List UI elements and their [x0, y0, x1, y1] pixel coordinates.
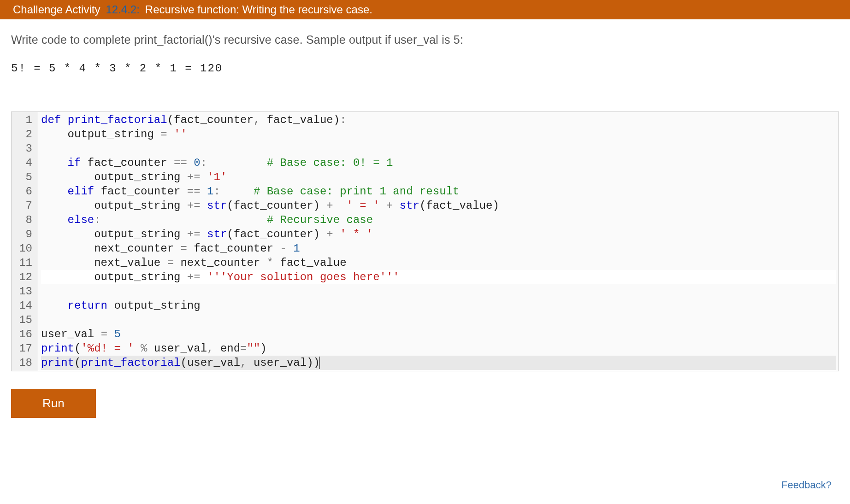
- line-number: 17: [17, 341, 32, 356]
- line-number: 7: [17, 199, 32, 213]
- code-area[interactable]: def print_factorial(fact_counter, fact_v…: [38, 112, 838, 371]
- code-line: [41, 313, 836, 327]
- line-number: 8: [17, 213, 32, 227]
- code-editor[interactable]: 1 2 3 4 5 6 7 8 9 10 11 12 13 14 15 16 1…: [11, 111, 839, 371]
- line-number: 1: [17, 113, 32, 127]
- line-number: 5: [17, 170, 32, 184]
- code-line: user_val = 5: [41, 327, 836, 341]
- code-line: print(print_factorial(user_val, user_val…: [41, 356, 836, 370]
- feedback-link[interactable]: Feedback?: [781, 479, 832, 491]
- line-number: 14: [17, 299, 32, 313]
- header-title: Recursive function: Writing the recursiv…: [145, 3, 372, 17]
- line-number: 15: [17, 313, 32, 327]
- code-line: return output_string: [41, 299, 836, 313]
- code-line: output_string += '1': [41, 170, 836, 184]
- line-number: 3: [17, 141, 32, 156]
- header-label: Challenge Activity: [13, 3, 100, 17]
- code-line: print('%d! = ' % user_val, end=""): [41, 341, 836, 356]
- line-number: 4: [17, 156, 32, 170]
- code-line: output_string += str(fact_counter) + ' =…: [41, 199, 836, 213]
- line-number: 12: [17, 270, 32, 284]
- line-number: 6: [17, 184, 32, 199]
- code-line: next_counter = fact_counter - 1: [41, 241, 836, 256]
- line-number: 2: [17, 127, 32, 141]
- line-number: 13: [17, 284, 32, 299]
- code-line: output_string += '''Your solution goes h…: [41, 270, 836, 284]
- instructions-text: Write code to complete print_factorial()…: [11, 33, 839, 47]
- header-number: 12.4.2:: [106, 3, 139, 17]
- code-line: output_string = '': [41, 127, 836, 141]
- line-number: 10: [17, 241, 32, 256]
- code-line: if fact_counter == 0: # Base case: 0! = …: [41, 156, 836, 170]
- code-line: def print_factorial(fact_counter, fact_v…: [41, 113, 836, 127]
- line-number-gutter: 1 2 3 4 5 6 7 8 9 10 11 12 13 14 15 16 1…: [12, 112, 38, 371]
- code-line: [41, 284, 836, 299]
- challenge-header: Challenge Activity 12.4.2: Recursive fun…: [0, 0, 850, 19]
- line-number: 11: [17, 256, 32, 270]
- line-number: 16: [17, 327, 32, 341]
- code-line: elif fact_counter == 1: # Base case: pri…: [41, 184, 836, 199]
- line-number: 18: [17, 356, 32, 370]
- code-line: output_string += str(fact_counter) + ' *…: [41, 227, 836, 241]
- code-line: next_value = next_counter * fact_value: [41, 256, 836, 270]
- sample-output: 5! = 5 * 4 * 3 * 2 * 1 = 120: [11, 62, 839, 75]
- run-button[interactable]: Run: [11, 389, 96, 418]
- code-line: [41, 141, 836, 156]
- line-number: 9: [17, 227, 32, 241]
- code-line: else: # Recursive case: [41, 213, 836, 227]
